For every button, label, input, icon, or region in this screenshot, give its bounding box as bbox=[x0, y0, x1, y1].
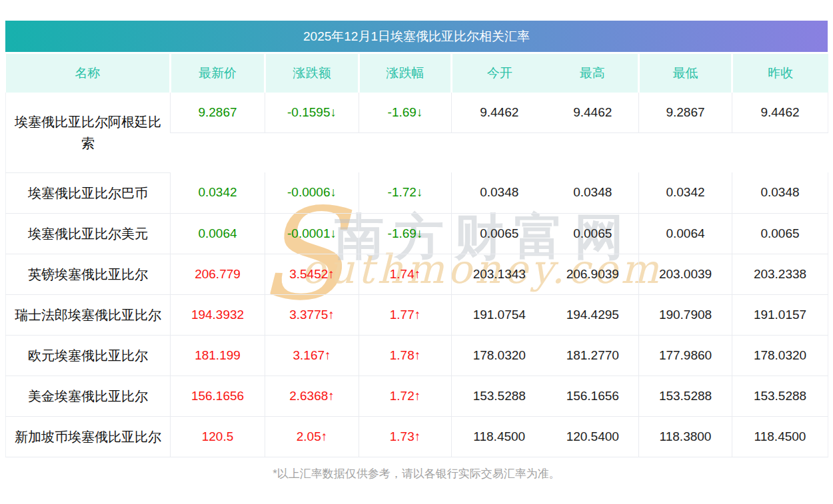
open-price: 0.0065 bbox=[452, 213, 547, 254]
column-header-high: 最高 bbox=[547, 54, 639, 93]
change-amount: -0.1595↓ bbox=[265, 93, 359, 133]
table-row: 埃塞俄比亚比尔阿根廷比索 9.2867 -0.1595↓ -1.69↓ 9.44… bbox=[6, 93, 828, 133]
prev-close-price: 153.5288 bbox=[732, 376, 828, 416]
low-price: 177.9860 bbox=[639, 335, 732, 376]
change-amount: 2.6368↑ bbox=[265, 376, 359, 416]
change-percent: -1.72↓ bbox=[359, 172, 452, 213]
table-row: 英镑埃塞俄比亚比尔 206.779 3.5452↑ 1.74↑ 203.1343… bbox=[6, 254, 828, 294]
open-price: 153.5288 bbox=[452, 376, 547, 416]
low-price: 0.0064 bbox=[639, 213, 732, 254]
latest-price: 206.779 bbox=[171, 254, 265, 294]
currency-name: 英镑埃塞俄比亚比尔 bbox=[6, 254, 171, 294]
latest-price: 156.1656 bbox=[171, 376, 265, 416]
latest-price: 120.5 bbox=[171, 416, 265, 457]
change-amount: 3.167↑ bbox=[265, 335, 359, 376]
currency-name: 美金埃塞俄比亚比尔 bbox=[6, 376, 171, 416]
open-price: 0.0348 bbox=[452, 172, 547, 213]
open-price: 118.4500 bbox=[452, 416, 547, 457]
low-price: 153.5288 bbox=[639, 376, 732, 416]
prev-close-price: 203.2338 bbox=[732, 254, 828, 294]
latest-price: 0.0064 bbox=[171, 213, 265, 254]
high-price: 0.0348 bbox=[547, 172, 639, 213]
open-price: 178.0320 bbox=[452, 335, 547, 376]
change-amount: 3.3775↑ bbox=[265, 294, 359, 335]
currency-name: 欧元埃塞俄比亚比尔 bbox=[6, 335, 171, 376]
low-price: 9.2867 bbox=[639, 93, 732, 133]
high-price: 181.2770 bbox=[547, 335, 639, 376]
open-price: 191.0754 bbox=[452, 294, 547, 335]
high-price: 194.4295 bbox=[547, 294, 639, 335]
table-row: 埃塞俄比亚比尔美元 0.0064 -0.0001↓ -1.69↓ 0.0065 … bbox=[6, 213, 828, 254]
prev-close-price: 118.4500 bbox=[732, 416, 828, 457]
table-row: 瑞士法郎埃塞俄比亚比尔 194.3932 3.3775↑ 1.77↑ 191.0… bbox=[6, 294, 828, 335]
column-header-name: 名称 bbox=[6, 54, 171, 93]
column-header-low: 最低 bbox=[639, 54, 732, 93]
rates-table-section: 2025年12月1日埃塞俄比亚比尔相关汇率 名称 最新价 涨跌额 涨跌幅 今开 … bbox=[0, 0, 833, 481]
high-price: 9.4462 bbox=[547, 93, 639, 133]
low-price: 190.7908 bbox=[639, 294, 732, 335]
currency-name: 埃塞俄比亚比尔美元 bbox=[6, 213, 171, 254]
change-percent: -1.69↓ bbox=[359, 213, 452, 254]
table-row: 新加坡币埃塞俄比亚比尔 120.5 2.05↑ 1.73↑ 118.4500 1… bbox=[6, 416, 828, 457]
latest-price: 181.199 bbox=[171, 335, 265, 376]
change-percent: 1.72↑ bbox=[359, 376, 452, 416]
change-amount: 2.05↑ bbox=[265, 416, 359, 457]
disclaimer: *以上汇率数据仅供参考，请以各银行实际交易汇率为准。 bbox=[5, 466, 828, 481]
currency-name: 埃塞俄比亚比尔巴币 bbox=[6, 172, 171, 213]
high-price: 0.0065 bbox=[547, 213, 639, 254]
table-title: 2025年12月1日埃塞俄比亚比尔相关汇率 bbox=[5, 21, 828, 52]
column-header-open: 今开 bbox=[452, 54, 547, 93]
page: S 南方财富网 outhmoney.com 2025年12月1日埃塞俄比亚比尔相… bbox=[0, 0, 833, 504]
column-header-latest: 最新价 bbox=[171, 54, 265, 93]
latest-price: 0.0342 bbox=[171, 172, 265, 213]
high-price: 156.1656 bbox=[547, 376, 639, 416]
currency-name: 埃塞俄比亚比尔阿根廷比索 bbox=[6, 93, 171, 172]
exchange-rates-table: 名称 最新价 涨跌额 涨跌幅 今开 最高 最低 昨收 埃塞俄比亚比尔阿根廷比索 … bbox=[5, 54, 828, 457]
prev-close-price: 0.0348 bbox=[732, 172, 828, 213]
header-row: 名称 最新价 涨跌额 涨跌幅 今开 最高 最低 昨收 bbox=[6, 54, 828, 93]
low-price: 203.0039 bbox=[639, 254, 732, 294]
table-row: 埃塞俄比亚比尔巴币 0.0342 -0.0006↓ -1.72↓ 0.0348 … bbox=[6, 172, 828, 213]
latest-price: 194.3932 bbox=[171, 294, 265, 335]
high-price: 206.9039 bbox=[547, 254, 639, 294]
column-header-change: 涨跌额 bbox=[265, 54, 359, 93]
open-price: 203.1343 bbox=[452, 254, 547, 294]
change-amount: -0.0001↓ bbox=[265, 213, 359, 254]
prev-close-price: 178.0320 bbox=[732, 335, 828, 376]
low-price: 0.0342 bbox=[639, 172, 732, 213]
column-header-change-pct: 涨跌幅 bbox=[359, 54, 452, 93]
currency-name: 新加坡币埃塞俄比亚比尔 bbox=[6, 416, 171, 457]
latest-price: 9.2867 bbox=[171, 93, 265, 133]
open-price: 9.4462 bbox=[452, 93, 547, 133]
change-percent: 1.74↑ bbox=[359, 254, 452, 294]
change-percent: 1.73↑ bbox=[359, 416, 452, 457]
table-row: 美金埃塞俄比亚比尔 156.1656 2.6368↑ 1.72↑ 153.528… bbox=[6, 376, 828, 416]
spacer-cell bbox=[171, 133, 828, 173]
high-price: 120.5400 bbox=[547, 416, 639, 457]
table-row: 欧元埃塞俄比亚比尔 181.199 3.167↑ 1.78↑ 178.0320 … bbox=[6, 335, 828, 376]
change-percent: -1.69↓ bbox=[359, 93, 452, 133]
prev-close-price: 9.4462 bbox=[732, 93, 828, 133]
change-percent: 1.77↑ bbox=[359, 294, 452, 335]
column-header-prev-close: 昨收 bbox=[732, 54, 828, 93]
prev-close-price: 191.0157 bbox=[732, 294, 828, 335]
currency-name: 瑞士法郎埃塞俄比亚比尔 bbox=[6, 294, 171, 335]
low-price: 118.3800 bbox=[639, 416, 732, 457]
change-percent: 1.78↑ bbox=[359, 335, 452, 376]
change-amount: -0.0006↓ bbox=[265, 172, 359, 213]
change-amount: 3.5452↑ bbox=[265, 254, 359, 294]
prev-close-price: 0.0065 bbox=[732, 213, 828, 254]
